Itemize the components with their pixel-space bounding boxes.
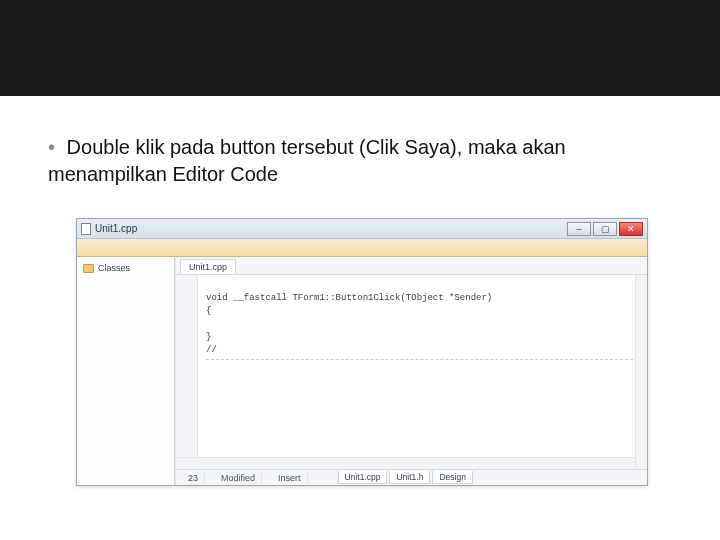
status-modified: Modified: [215, 473, 262, 483]
bottom-tab-h[interactable]: Unit1.h: [389, 471, 430, 484]
toolbar: [77, 239, 647, 257]
horizontal-scrollbar[interactable]: [176, 457, 635, 469]
bottom-tab-cpp[interactable]: Unit1.cpp: [338, 471, 388, 484]
workarea: Classes Unit1.cpp void __fastcall TForm1…: [77, 257, 647, 485]
editor-pane: Unit1.cpp void __fastcall TForm1::Button…: [175, 257, 647, 485]
window-titlebar: Unit1.cpp – ▢ ✕: [77, 219, 647, 239]
bullet-content: Double klik pada button tersebut (Clik S…: [48, 136, 566, 185]
minimize-button[interactable]: –: [567, 222, 591, 236]
code-line-1: void __fastcall TForm1::Button1Click(TOb…: [206, 293, 492, 303]
window-title-group: Unit1.cpp: [81, 223, 137, 235]
maximize-button[interactable]: ▢: [593, 222, 617, 236]
bottom-tabs: Unit1.cpp Unit1.h Design: [338, 471, 473, 484]
slide-bullet: • Double klik pada button tersebut (Clik…: [48, 134, 672, 188]
file-icon: [81, 223, 91, 235]
tree-root-label: Classes: [98, 263, 130, 273]
window-buttons: – ▢ ✕: [567, 222, 643, 236]
vertical-scrollbar[interactable]: [635, 275, 647, 469]
status-line-col: 23: [182, 473, 205, 483]
code-line-5: //: [206, 345, 217, 355]
bottom-tab-design[interactable]: Design: [432, 471, 472, 484]
tree-root-classes[interactable]: Classes: [81, 261, 170, 275]
status-bar: 23 Modified Insert Unit1.cpp Unit1.h Des…: [176, 469, 647, 485]
code-line-2: {: [206, 306, 211, 316]
code-line-4: }: [206, 332, 211, 342]
code-area[interactable]: void __fastcall TForm1::Button1Click(TOb…: [176, 275, 647, 469]
editor-tabs: Unit1.cpp: [176, 257, 647, 275]
status-mode: Insert: [272, 473, 308, 483]
bullet-marker: •: [48, 136, 55, 158]
folder-icon: [83, 264, 94, 273]
close-button[interactable]: ✕: [619, 222, 643, 236]
window-title: Unit1.cpp: [95, 223, 137, 234]
code-divider: [206, 359, 633, 360]
code-lines: void __fastcall TForm1::Button1Click(TOb…: [206, 279, 633, 386]
slide-top-band: [0, 0, 720, 96]
gutter: [176, 275, 198, 469]
structure-sidebar: Classes: [77, 257, 175, 485]
ide-window: Unit1.cpp – ▢ ✕ Classes Unit1.cpp void _…: [76, 218, 648, 486]
editor-tab-unit1cpp[interactable]: Unit1.cpp: [180, 259, 236, 274]
